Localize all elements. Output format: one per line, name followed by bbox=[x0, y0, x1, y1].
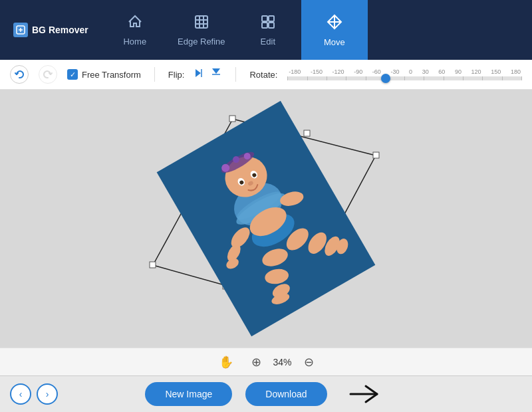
nav-edge-refine-label: Edge Refine bbox=[178, 37, 225, 47]
rotate-label: Rotate: bbox=[249, 70, 277, 80]
svg-marker-6 bbox=[196, 69, 201, 77]
undo-button[interactable] bbox=[10, 65, 29, 84]
flip-label: Flip: bbox=[168, 70, 185, 80]
download-button[interactable]: Download bbox=[245, 382, 327, 406]
new-image-button[interactable]: New Image bbox=[145, 382, 232, 406]
divider-2 bbox=[235, 67, 236, 82]
hand-tool-icon[interactable]: ✋ bbox=[219, 355, 233, 369]
svg-rect-2 bbox=[262, 16, 267, 21]
flip-buttons bbox=[194, 67, 222, 82]
nav-edit-label: Edit bbox=[261, 37, 275, 47]
canvas-area[interactable] bbox=[0, 90, 532, 348]
svg-rect-4 bbox=[262, 23, 267, 28]
nav-bar: BG Remover Home Edge Refine bbox=[0, 0, 532, 60]
logo-icon bbox=[13, 23, 28, 37]
image-display bbox=[157, 101, 376, 336]
svg-rect-18 bbox=[304, 130, 310, 136]
nav-item-edit[interactable]: Edit bbox=[235, 0, 301, 60]
svg-point-37 bbox=[227, 224, 253, 251]
redo-button[interactable] bbox=[39, 65, 57, 84]
edit-icon bbox=[260, 14, 276, 33]
footer-nav-arrows: ‹ › bbox=[10, 383, 58, 405]
app-logo: BG Remover bbox=[13, 23, 88, 37]
svg-rect-14 bbox=[229, 116, 235, 122]
flip-horizontal-button[interactable] bbox=[194, 67, 206, 82]
nav-move-label: Move bbox=[324, 37, 345, 47]
checkbox-checked-icon bbox=[67, 69, 78, 80]
zoom-in-icon[interactable]: ⊕ bbox=[251, 355, 261, 369]
divider-1 bbox=[154, 67, 155, 82]
next-icon: › bbox=[46, 389, 49, 399]
home-icon bbox=[127, 14, 143, 33]
nav-home-label: Home bbox=[123, 37, 146, 47]
zoom-bar: ✋ ⊕ 34% ⊖ bbox=[0, 348, 532, 375]
zoom-value: 34% bbox=[269, 357, 296, 367]
svg-marker-8 bbox=[212, 68, 220, 74]
toolbar: Free Transform Flip: Rotate: bbox=[0, 60, 532, 90]
next-button[interactable]: › bbox=[37, 383, 58, 405]
app-title: BG Remover bbox=[32, 25, 88, 35]
svg-rect-16 bbox=[150, 262, 156, 268]
svg-point-42 bbox=[263, 267, 289, 286]
transform-container bbox=[116, 99, 416, 338]
free-transform-checkbox[interactable]: Free Transform bbox=[67, 69, 141, 80]
prev-icon: ‹ bbox=[19, 389, 23, 399]
svg-rect-5 bbox=[269, 23, 274, 28]
arrow-indicator bbox=[347, 382, 387, 406]
nav-item-move[interactable]: Move bbox=[301, 0, 368, 60]
svg-point-41 bbox=[259, 245, 290, 269]
svg-point-40 bbox=[278, 189, 305, 209]
rotate-ruler[interactable]: -180 -150 -120 -90 -60 -30 0 30 60 90 12… bbox=[287, 64, 522, 84]
svg-rect-3 bbox=[269, 16, 274, 21]
main-content: Free Transform Flip: Rotate: bbox=[0, 60, 532, 412]
flip-vertical-button[interactable] bbox=[210, 67, 222, 82]
rotate-thumb[interactable] bbox=[381, 74, 390, 83]
free-transform-label: Free Transform bbox=[82, 70, 141, 80]
move-icon bbox=[326, 13, 343, 33]
svg-rect-1 bbox=[196, 16, 207, 28]
zoom-out-icon[interactable]: ⊖ bbox=[304, 355, 314, 369]
prev-button[interactable]: ‹ bbox=[10, 383, 31, 405]
svg-rect-15 bbox=[373, 152, 379, 158]
nav-item-home[interactable]: Home bbox=[102, 0, 168, 60]
baby-illustration bbox=[170, 111, 363, 326]
nav-item-edge-refine[interactable]: Edge Refine bbox=[168, 0, 235, 60]
edge-refine-icon bbox=[194, 14, 209, 33]
footer: ‹ › New Image Download bbox=[0, 375, 532, 412]
